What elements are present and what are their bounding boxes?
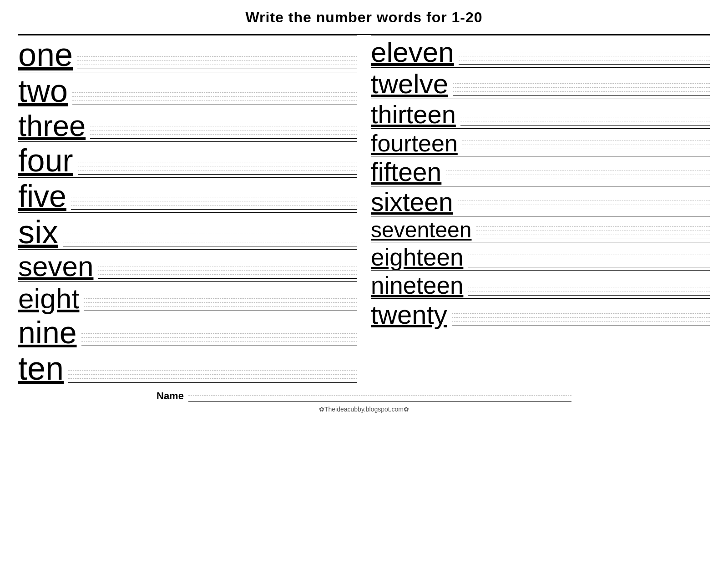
number-word-four: four [18, 145, 73, 176]
number-word-nine: nine [18, 317, 77, 348]
number-row-four: four [18, 141, 357, 177]
name-label: Name [157, 390, 184, 402]
number-word-six: six [18, 216, 58, 248]
number-row-eight: eight [18, 281, 357, 314]
number-row-sixteen: sixteen [371, 186, 710, 216]
page-title: Write the number words for 1-20 [245, 9, 482, 26]
number-word-two: two [18, 75, 68, 107]
number-word-five: five [18, 181, 66, 211]
number-row-seventeen: seventeen [371, 216, 710, 242]
number-row-three: three [18, 108, 357, 141]
number-row-fifteen: fifteen [371, 156, 710, 186]
number-word-one: one [18, 38, 73, 71]
number-word-sixteen: sixteen [371, 189, 453, 215]
number-row-one: one [18, 35, 357, 72]
number-row-two: two [18, 72, 357, 108]
number-word-eleven: eleven [371, 38, 454, 66]
number-word-fifteen: fifteen [371, 159, 441, 185]
website-text: ✿Theideacubby.blogspot.com✿ [319, 406, 409, 413]
number-word-ten: ten [18, 352, 64, 385]
number-word-seven: seven [18, 252, 93, 281]
number-word-eighteen: eighteen [371, 245, 463, 269]
number-word-twelve: twelve [371, 70, 448, 98]
number-row-twelve: twelve [371, 67, 710, 99]
number-row-seven: seven [18, 249, 357, 281]
number-row-twenty: twenty [371, 298, 710, 329]
number-word-fourteen: fourteen [371, 131, 458, 155]
number-word-twenty: twenty [371, 301, 447, 328]
number-word-three: three [18, 111, 86, 140]
number-row-six: six [18, 212, 357, 249]
number-row-thirteen: thirteen [371, 99, 710, 128]
number-word-nineteen: nineteen [371, 273, 463, 297]
number-row-eleven: eleven [371, 35, 710, 67]
number-row-fourteen: fourteen [371, 128, 710, 156]
number-row-nineteen: nineteen [371, 270, 710, 298]
number-row-nine: nine [18, 314, 357, 349]
number-word-thirteen: thirteen [371, 102, 456, 127]
number-row-eighteen: eighteen [371, 242, 710, 270]
number-word-seventeen: seventeen [371, 219, 472, 241]
number-word-eight: eight [18, 285, 79, 313]
number-row-five: five [18, 177, 357, 212]
number-row-ten: ten [18, 349, 357, 386]
